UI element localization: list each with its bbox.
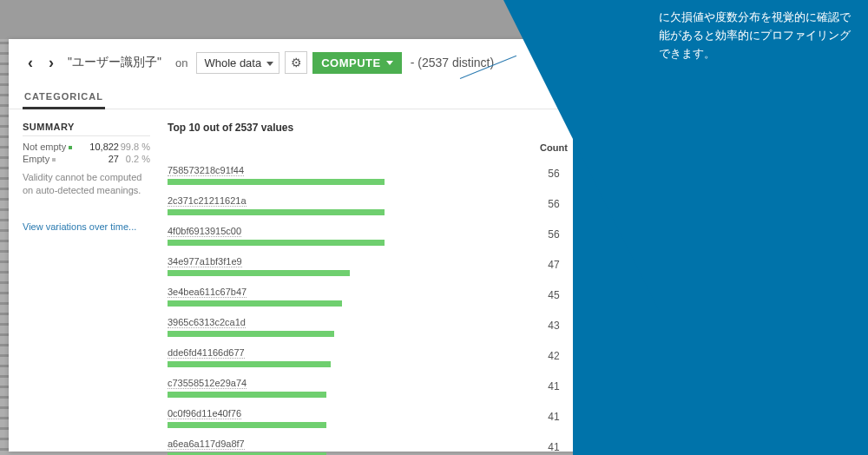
summary-row-not-empty: Not empty 10,822 99.8 % [23,142,150,152]
value-bar [168,270,350,276]
summary-label: Not empty [23,142,66,152]
value-bar [168,300,342,307]
compute-button[interactable]: COMPUTE [312,52,402,74]
column-name: "ユーザー識別子" [68,55,161,70]
value-label[interactable]: 34e977a1bf3f1e9 [168,256,242,267]
tab-categorical[interactable]: CATEGORICAL [23,86,105,109]
value-bar [168,240,385,246]
summary-value: 10,822 [84,142,119,152]
value-label[interactable]: 2c371c21211621a [168,195,247,207]
summary-value: 27 [84,154,119,164]
validity-note: Validity cannot be computed on auto-dete… [23,171,150,197]
value-count: 42 [528,350,580,362]
gear-icon: ⚙ [291,56,302,69]
value-count: 41 [528,441,580,453]
value-bar [168,392,326,398]
value-label[interactable]: dde6fd41166d677 [168,347,245,359]
value-count: 43 [528,320,580,332]
value-label[interactable]: 3965c6313c2ca1d [168,317,246,328]
value-bar [168,361,331,367]
dot-icon [52,158,56,162]
value-label[interactable]: c73558512e29a74 [168,378,247,389]
summary-sidebar: SUMMARY Not empty 10,822 99.8 % Empty 27… [9,109,161,455]
value-bar [168,179,385,185]
next-column-button[interactable]: › [43,54,59,72]
dot-icon [69,146,72,149]
compute-button-label: COMPUTE [321,56,381,69]
value-label[interactable]: 4f0bf6913915c00 [168,226,241,237]
value-label[interactable]: 3e4bea611c67b47 [168,287,247,298]
prev-column-button[interactable]: ‹ [23,54,38,72]
settings-button[interactable]: ⚙ [285,51,307,74]
summary-heading: SUMMARY [23,122,150,136]
on-label: on [175,56,187,69]
summary-pct: 99.8 % [119,142,150,152]
scope-select[interactable]: Whole data [196,52,279,74]
value-label[interactable]: 758573218c91f44 [168,165,244,176]
value-bar [168,331,334,337]
value-count: 41 [528,411,580,423]
scope-select-value: Whole data [204,56,261,69]
annotation-text: 項目毎に欠損値や度数分布を視覚的に確認できる機能があると効率的にプロファイリング… [573,0,868,63]
value-count: 41 [528,380,580,392]
value-bar [168,209,385,215]
annotation-callout: 項目毎に欠損値や度数分布を視覚的に確認できる機能があると効率的にプロファイリング… [573,0,868,455]
distinct-count: - (2537 distinct) [411,56,494,69]
summary-row-empty: Empty 27 0.2 % [23,154,150,164]
value-bar [168,422,326,428]
variations-link[interactable]: View variations over time... [23,221,150,232]
value-label[interactable]: a6ea6a117d9a8f7 [168,439,245,450]
summary-label: Empty [23,154,49,164]
summary-pct: 0.2 % [119,154,150,164]
value-label[interactable]: 0c0f96d11e40f76 [168,408,241,419]
